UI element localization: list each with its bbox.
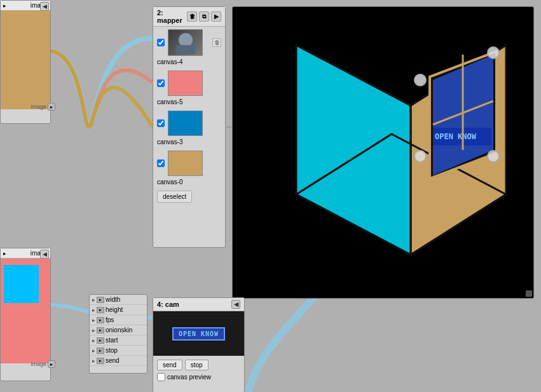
canvas-5-swatch[interactable]: [168, 71, 203, 96]
prop-arrow-stop: ▸: [92, 348, 95, 354]
prop-label-stop: stop: [106, 347, 118, 354]
3d-resize-handle[interactable]: [526, 290, 532, 297]
node-image-bottom-port[interactable]: image ▸: [31, 360, 55, 368]
canvas-0-swatch[interactable]: [168, 151, 203, 176]
prop-arrow-fps: ▸: [92, 317, 95, 323]
prop-label-height: height: [106, 306, 123, 313]
collapse-top-btn[interactable]: ◀: [40, 2, 49, 11]
canvas-preview-checkbox[interactable]: [157, 373, 165, 381]
node-image-top-icon: ▸: [3, 3, 6, 9]
prop-arrow-width: ▸: [92, 297, 95, 303]
corner-handle-tr[interactable]: [487, 46, 500, 59]
prop-onsionskin[interactable]: ▸ ▸ onionskin: [90, 325, 147, 335]
canvas-item-0: [153, 148, 225, 179]
node-image-top: ▸ image image ▸ ◀: [0, 0, 51, 124]
mapper-forward-btn[interactable]: ▶: [211, 11, 221, 22]
cyan-block: [4, 265, 39, 303]
corner-handle-br[interactable]: [487, 150, 500, 163]
prop-icon-start: ▸: [97, 337, 104, 344]
cam-stop-button[interactable]: stop: [185, 360, 209, 370]
prop-icon-send: ▸: [97, 358, 104, 364]
prop-width[interactable]: ▸ ▸ width: [90, 295, 147, 305]
cam-4-title: 4: cam: [157, 301, 179, 308]
prop-label-width: width: [106, 296, 120, 303]
mapper-delete-btn[interactable]: 🗑: [187, 11, 197, 22]
panel-properties: ▸ ▸ width ▸ ▸ height ▸ ▸ fps ▸ ▸ onionsk…: [89, 294, 147, 374]
canvas-4-delete[interactable]: 🗑: [212, 38, 221, 47]
prop-height[interactable]: ▸ ▸ height: [90, 305, 147, 315]
canvas-3-label: canvas-3: [153, 139, 225, 148]
prop-icon-onionskin: ▸: [97, 327, 104, 334]
canvas-preview-label: canvas preview: [167, 374, 211, 381]
corner-handle-tl[interactable]: [414, 74, 427, 86]
mapper-title: 2: mapper: [157, 9, 187, 24]
open-know-preview: OPEN KNOW: [172, 327, 225, 341]
canvas-item-4: 🗑: [153, 27, 225, 58]
deselect-button[interactable]: deselect: [157, 191, 192, 203]
canvas-0-checkbox[interactable]: [157, 159, 165, 167]
prop-arrow-start: ▸: [92, 337, 95, 344]
panel-3d-viewer[interactable]: OPEN KNOW: [232, 6, 534, 299]
canvas-5-checkbox[interactable]: [157, 79, 165, 87]
cam-4-preview: OPEN KNOW: [153, 311, 244, 356]
canvas-4-preview[interactable]: [168, 29, 203, 56]
canvas-5-label: canvas-5: [153, 98, 225, 108]
port-label-image-bottom: image: [31, 361, 46, 367]
cam-4-header: 4: cam ◀: [153, 298, 244, 311]
mapper-copy-btn[interactable]: ⧉: [199, 11, 209, 22]
prop-icon-width: ▸: [97, 297, 104, 303]
port-label-image: image: [31, 104, 46, 110]
canvas-4-checkbox[interactable]: [157, 39, 165, 46]
prop-stop[interactable]: ▸ ▸ stop: [90, 346, 147, 356]
prop-start[interactable]: ▸ ▸ start: [90, 335, 147, 346]
prop-icon-stop: ▸: [97, 348, 104, 354]
canvas-3-swatch[interactable]: [168, 111, 203, 136]
mapper-header: 2: mapper 🗑 ⧉ ▶: [153, 7, 225, 27]
canvas-4-label: canvas-4: [153, 58, 225, 68]
port-connector[interactable]: ▸: [48, 103, 55, 111]
node-image-bottom-content: [1, 259, 50, 363]
node-image-top-port[interactable]: image ▸: [31, 103, 55, 111]
prop-label-start: start: [106, 337, 118, 344]
node-image-top-content: [1, 11, 50, 109]
prop-icon-height: ▸: [97, 307, 104, 313]
canvas-3-checkbox[interactable]: [157, 119, 165, 127]
port-connector-bottom[interactable]: ▸: [48, 360, 55, 368]
prop-send[interactable]: ▸ ▸ send: [90, 356, 147, 366]
cam-send-stop-row: send stop: [157, 360, 240, 370]
panel-mapper: 2: mapper 🗑 ⧉ ▶ 🗑 canvas-4 canvas-5: [153, 6, 226, 248]
canvas-0-label: canvas-0: [153, 179, 225, 188]
prop-icon-fps: ▸: [97, 317, 104, 323]
canvas-preview-row: canvas preview: [157, 373, 240, 381]
prop-label-fps: fps: [106, 316, 114, 323]
prop-label-send: send: [106, 357, 120, 364]
prop-arrow-height: ▸: [92, 307, 95, 313]
canvas-item-3: [153, 108, 225, 139]
cam-send-button[interactable]: send: [157, 360, 182, 370]
corner-handle-bl[interactable]: [414, 150, 427, 163]
prop-fps[interactable]: ▸ ▸ fps: [90, 315, 147, 325]
prop-label-onionskin: onionskin: [106, 327, 132, 334]
node-image-bottom-icon: ▸: [3, 250, 6, 257]
cam-4-collapse[interactable]: ◀: [231, 300, 240, 309]
mapper-toolbar: 🗑 ⧉ ▶: [187, 11, 221, 22]
avatar-body: [176, 45, 195, 54]
prop-arrow-onionskin: ▸: [92, 327, 95, 334]
collapse-bottom-btn[interactable]: ◀: [40, 250, 49, 259]
panel-cam-4: 4: cam ◀ OPEN KNOW send stop canvas prev…: [153, 297, 245, 392]
node-image-bottom: ▸ image image ▸ ◀: [0, 248, 51, 381]
cam-4-controls: send stop canvas preview: [153, 356, 244, 384]
prop-arrow-send: ▸: [92, 358, 95, 364]
canvas-item-5: [153, 68, 225, 98]
svg-text:OPEN  KNOW: OPEN KNOW: [435, 132, 477, 141]
